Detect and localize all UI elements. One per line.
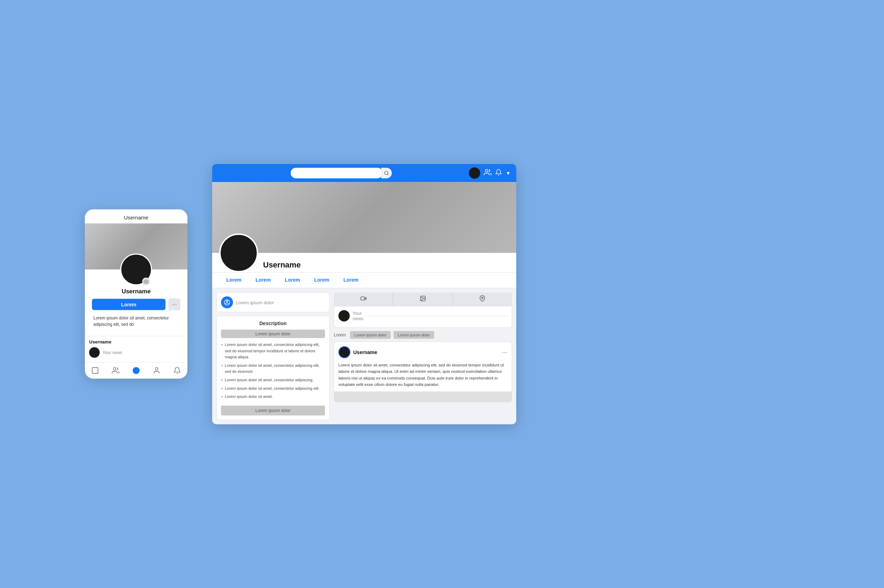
desc-item-2: Lorem ipsum dolor sit amet, consectetur … [221, 362, 325, 375]
mobile-mockup: Username Username Lorem ··· Lorem ipsum … [85, 210, 187, 379]
desktop-cover-photo [212, 182, 516, 253]
svg-point-5 [385, 171, 388, 174]
desktop-media-tab-location[interactable] [453, 292, 512, 306]
desktop-search-button[interactable] [381, 168, 392, 178]
desktop-profile-header: Username Lorem Lorem Lorem Lorem Lorem [212, 182, 516, 288]
desktop-filter-btn-2[interactable]: Lorem ipsum dolor [394, 331, 434, 339]
svg-point-6 [486, 169, 488, 172]
svg-point-8 [226, 300, 228, 302]
desktop-desc-title: Description [221, 321, 325, 326]
desktop-topbar-icons: ▼ [469, 168, 511, 179]
desktop-tab-2[interactable]: Lorem [249, 273, 278, 288]
mobile-nav-profile-icon[interactable] [152, 366, 161, 375]
desktop-mockup: ▼ Username Lorem Lorem Lorem Lorem Lorem [212, 164, 516, 424]
mobile-post-placeholder[interactable]: Your news [102, 350, 122, 355]
desktop-desc-list: Lorem ipsum dolor sit amet, consectetur … [221, 342, 325, 400]
svg-point-0 [145, 281, 147, 282]
desktop-post-card-text: Lorem ipsum dolor sit amet, consectetur … [338, 362, 507, 388]
mobile-post-avatar [89, 347, 100, 358]
desktop-topbar-avatar[interactable] [469, 168, 480, 179]
desktop-chevron-icon[interactable]: ▼ [506, 170, 511, 176]
mobile-post-area: Username Your news [85, 336, 187, 362]
svg-point-2 [114, 368, 116, 370]
svg-point-4 [155, 368, 158, 370]
mobile-user-section: Username Lorem ··· Lorem ipsum dolor sit… [85, 288, 187, 336]
desktop-profile-avatar [219, 234, 258, 273]
desktop-post-input-avatar [221, 297, 233, 309]
mobile-nav-home-icon[interactable] [90, 366, 100, 375]
svg-point-12 [482, 297, 483, 299]
svg-point-11 [421, 297, 422, 298]
desktop-media-tab-video[interactable] [334, 292, 393, 306]
desktop-left-column: Lorem ipsum dolor Description Lorem ipsu… [216, 292, 329, 420]
desktop-search-input[interactable] [291, 168, 383, 178]
desktop-bell-icon[interactable] [495, 168, 502, 177]
desktop-description-box: Description Lorem ipsum dolor Lorem ipsu… [216, 316, 329, 420]
desktop-posts-filter: Lorem Lorem ipsum dolor Lorem ipsum dolo… [334, 331, 512, 339]
mobile-cover-photo [85, 224, 187, 270]
desktop-friends-icon[interactable] [484, 168, 492, 178]
mobile-more-button[interactable]: ··· [168, 298, 180, 310]
desktop-news-avatar [338, 310, 350, 322]
desktop-post-card-more-button[interactable]: ··· [502, 348, 507, 356]
mobile-post-label: Username [89, 339, 183, 345]
desktop-post-input-text[interactable]: Lorem ipsum dolor [236, 300, 274, 305]
desktop-profile-info: Username [212, 253, 516, 273]
mobile-post-input: Your news [89, 347, 183, 358]
desktop-post-card-header: Username ··· [338, 346, 507, 358]
desktop-topbar: ▼ [212, 164, 516, 182]
desktop-content: Lorem ipsum dolor Description Lorem ipsu… [212, 288, 516, 424]
mobile-username: Username [92, 288, 180, 295]
mobile-actions: Lorem ··· [92, 298, 180, 310]
mobile-header: Username [85, 210, 187, 224]
desktop-media-tab-photo[interactable] [393, 292, 453, 306]
desktop-profile-name: Username [258, 258, 305, 273]
desktop-news-input-area: Your news [334, 307, 512, 328]
desktop-post-card-avatar [338, 346, 350, 358]
desktop-post-card-footer [334, 391, 512, 402]
mobile-camera-icon[interactable] [142, 278, 150, 285]
mobile-nav-active-icon[interactable] [132, 366, 141, 375]
desktop-news-placeholder[interactable]: Your news [353, 310, 363, 321]
desktop-search-bar [218, 168, 465, 178]
svg-point-3 [133, 367, 139, 374]
desc-item-1: Lorem ipsum dolor sit amet, consectetur … [221, 342, 325, 360]
desc-item-5: Lorem ipsum dolor sit amet. [221, 394, 325, 400]
desktop-tab-3[interactable]: Lorem [278, 273, 307, 288]
desktop-filter-btn-1[interactable]: Lorem ipsum dolor [350, 331, 391, 339]
desktop-desc-button[interactable]: Lorem ipsum dolor [221, 405, 325, 415]
desktop-tab-1[interactable]: Lorem [219, 273, 249, 288]
desktop-post-input-box: Lorem ipsum dolor [216, 292, 329, 312]
svg-rect-9 [361, 297, 365, 300]
mobile-bottom-nav [85, 362, 187, 379]
desktop-media-tabs [334, 292, 512, 306]
mobile-nav-friends-icon[interactable] [111, 366, 120, 375]
desktop-post-card: Username ··· Lorem ipsum dolor sit amet,… [334, 342, 512, 402]
desktop-profile-tabs: Lorem Lorem Lorem Lorem Lorem [212, 273, 516, 288]
desktop-tab-4[interactable]: Lorem [307, 273, 336, 288]
desktop-post-card-user: Username [338, 346, 377, 358]
desc-item-3: Lorem ipsum dolor sit amet, consectetur … [221, 377, 325, 383]
mobile-header-title: Username [124, 214, 148, 220]
svg-rect-1 [92, 368, 98, 374]
desktop-post-card-username: Username [353, 350, 377, 355]
mobile-primary-button[interactable]: Lorem [92, 299, 165, 310]
desktop-right-column: Your news Lorem Lorem ipsum dolor Lorem … [334, 292, 512, 420]
mobile-bio: Lorem ipsum dolor sit amet, consectetur … [92, 315, 180, 328]
desktop-desc-highlight: Lorem ipsum dolor [221, 330, 325, 338]
desktop-posts-filter-label: Lorem [334, 333, 346, 338]
desc-item-4: Lorem ipsum dolor sit amet, consectetur … [221, 385, 325, 392]
desktop-tab-5[interactable]: Lorem [336, 273, 365, 288]
mobile-nav-bell-icon[interactable] [173, 366, 182, 375]
desktop-news-divider [366, 315, 507, 316]
